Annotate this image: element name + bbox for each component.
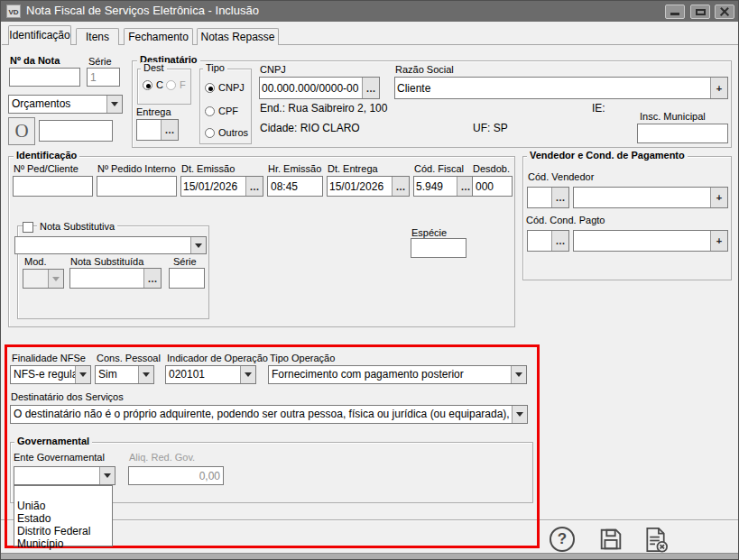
dt-entrega-calendar-button[interactable]: … bbox=[392, 177, 409, 196]
maximize-button[interactable] bbox=[690, 5, 710, 19]
cond-pagto-add-button[interactable]: + bbox=[710, 231, 727, 251]
indicador-select[interactable]: 020101 bbox=[165, 365, 256, 384]
nota-label: Nº da Nota bbox=[10, 55, 60, 66]
tab-identificacao[interactable]: Identificação bbox=[8, 25, 71, 45]
minimize-button[interactable] bbox=[665, 5, 685, 19]
dt-emissao-label: Dt. Emissão bbox=[181, 163, 235, 174]
tipo-operacao-select[interactable]: Fornecimento com pagamento posterior bbox=[268, 365, 527, 384]
ped-cliente-label: Nº Ped/Cliente bbox=[14, 163, 79, 174]
vendedor-nome-input[interactable] bbox=[574, 188, 710, 207]
cod-cond-pagto-lookup-button[interactable]: … bbox=[551, 231, 568, 251]
nota-substitutiva-checkbox-inner[interactable] bbox=[23, 222, 33, 233]
serie-substituida-input[interactable] bbox=[169, 268, 205, 289]
insc-municipal-label: Insc. Municipal bbox=[640, 111, 706, 122]
cod-fiscal-input[interactable] bbox=[414, 177, 457, 196]
dt-entrega-field[interactable]: … bbox=[327, 176, 410, 197]
hr-emissao-input[interactable] bbox=[267, 176, 323, 197]
vendedor-add-button[interactable]: + bbox=[710, 188, 727, 207]
save-button[interactable] bbox=[597, 526, 624, 555]
insc-municipal-input[interactable] bbox=[637, 124, 728, 143]
radio-tipo-cpf-label: CPF bbox=[218, 106, 238, 116]
destinatario-servicos-select[interactable]: O destinatário não é o próprio adquirent… bbox=[10, 405, 528, 424]
cnpj-lookup-button[interactable]: … bbox=[362, 78, 379, 98]
dropdown-item-municipio[interactable]: Município bbox=[14, 537, 112, 550]
entrega-input[interactable] bbox=[137, 120, 161, 140]
nota-input[interactable] bbox=[9, 68, 80, 87]
chevron-down-icon[interactable] bbox=[99, 467, 115, 484]
cnpj-field[interactable]: … bbox=[259, 77, 380, 99]
tab-itens[interactable]: Itens bbox=[76, 28, 119, 45]
chevron-down-icon[interactable] bbox=[190, 237, 206, 253]
nota-substituida-field[interactable]: … bbox=[69, 268, 162, 289]
close-button[interactable] bbox=[715, 5, 734, 19]
entrega-lookup-button[interactable]: … bbox=[161, 120, 178, 140]
vendedor-group-label: Vendedor e Cond. de Pagamento bbox=[527, 150, 688, 161]
razao-social-add-button[interactable]: + bbox=[710, 78, 727, 98]
serie-input[interactable] bbox=[87, 68, 120, 87]
cod-vendedor-lookup-button[interactable]: … bbox=[551, 188, 568, 207]
cod-fiscal-field[interactable]: … bbox=[413, 176, 475, 197]
ente-governamental-label: Ente Governamental bbox=[14, 452, 105, 463]
aliq-red-gov-input[interactable] bbox=[128, 466, 224, 485]
cancel-note-button[interactable] bbox=[642, 526, 670, 556]
dt-entrega-input[interactable] bbox=[328, 177, 392, 196]
chevron-down-icon[interactable] bbox=[512, 406, 527, 423]
pedido-interno-input[interactable] bbox=[97, 176, 177, 197]
dropdown-item-estado[interactable]: Estado bbox=[14, 512, 112, 525]
cod-vendedor-input[interactable] bbox=[528, 188, 551, 207]
cond-pagto-nome-input[interactable] bbox=[574, 231, 710, 251]
radio-dest-c[interactable]: C bbox=[143, 79, 163, 90]
chevron-down-icon[interactable] bbox=[138, 366, 153, 383]
dt-emissao-field[interactable]: … bbox=[180, 176, 263, 197]
orcamento-lookup-button[interactable]: O bbox=[8, 117, 35, 145]
hr-emissao-label: Hr. Emissão bbox=[268, 163, 321, 174]
chevron-down-icon[interactable] bbox=[106, 96, 122, 113]
cond-pagto-nome-field[interactable]: + bbox=[573, 230, 728, 252]
cod-cond-pagto-input[interactable] bbox=[528, 231, 551, 251]
tab-notas-repasse[interactable]: Notas Repasse bbox=[197, 28, 279, 45]
radio-dest-f[interactable]: F bbox=[166, 79, 186, 90]
ente-governamental-dropdown: União Estado Distrito Federal Município bbox=[14, 485, 113, 546]
dropdown-item-blank[interactable] bbox=[14, 486, 112, 500]
cod-cond-pagto-label: Cód. Cond. Pagto bbox=[526, 215, 605, 225]
title-bar[interactable]: VD Nota Fiscal de Serviços Eletrônica - … bbox=[1, 1, 738, 22]
dt-emissao-calendar-button[interactable]: … bbox=[245, 177, 263, 196]
window-resize-strip bbox=[1, 553, 739, 560]
cnpj-input[interactable] bbox=[260, 78, 362, 98]
help-button[interactable]: ? bbox=[550, 527, 575, 552]
tab-fechamento[interactable]: Fechamento bbox=[124, 28, 193, 45]
entrega-field[interactable]: … bbox=[136, 119, 179, 141]
origem-select[interactable]: Orçamentos bbox=[8, 95, 123, 114]
ente-governamental-select[interactable] bbox=[14, 466, 115, 485]
radio-tipo-cnpj[interactable]: CNPJ bbox=[205, 82, 245, 93]
chevron-down-icon[interactable] bbox=[511, 366, 526, 383]
cod-vendedor-field[interactable]: … bbox=[527, 187, 569, 208]
dt-emissao-input[interactable] bbox=[181, 177, 245, 196]
orcamento-input[interactable] bbox=[39, 120, 113, 142]
substitutiva-select[interactable] bbox=[14, 236, 207, 254]
nota-substituida-input[interactable] bbox=[70, 269, 143, 288]
cons-pessoal-select[interactable]: Sim bbox=[95, 365, 154, 384]
nota-substituida-lookup-button[interactable]: … bbox=[143, 269, 161, 288]
dropdown-item-distrito-federal[interactable]: Distrito Federal bbox=[14, 525, 112, 537]
cod-cond-pagto-field[interactable]: … bbox=[527, 230, 569, 252]
finalidade-select-value: NFS-e regular bbox=[11, 366, 75, 383]
dropdown-item-uniao[interactable]: União bbox=[14, 500, 112, 512]
window-title: Nota Fiscal de Serviços Eletrônica - Inc… bbox=[26, 4, 259, 17]
razao-social-input[interactable] bbox=[395, 78, 710, 98]
finalidade-select[interactable]: NFS-e regular bbox=[10, 365, 91, 384]
help-icon: ? bbox=[550, 527, 575, 552]
desdob-input[interactable] bbox=[472, 176, 513, 197]
radio-tipo-outros[interactable]: Outros bbox=[205, 127, 248, 138]
chevron-down-icon[interactable] bbox=[75, 366, 90, 383]
finalidade-label: Finalidade NFSe bbox=[12, 353, 86, 363]
ped-cliente-input[interactable] bbox=[13, 176, 93, 197]
vendedor-nome-field[interactable]: + bbox=[573, 187, 728, 208]
dt-entrega-label: Dt. Entrega bbox=[328, 163, 378, 174]
mod-select[interactable] bbox=[23, 269, 64, 289]
save-icon bbox=[597, 526, 624, 553]
radio-tipo-cpf[interactable]: CPF bbox=[205, 106, 238, 116]
chevron-down-icon[interactable] bbox=[240, 366, 255, 383]
razao-social-field[interactable]: + bbox=[394, 77, 728, 99]
especie-input[interactable] bbox=[411, 238, 466, 258]
